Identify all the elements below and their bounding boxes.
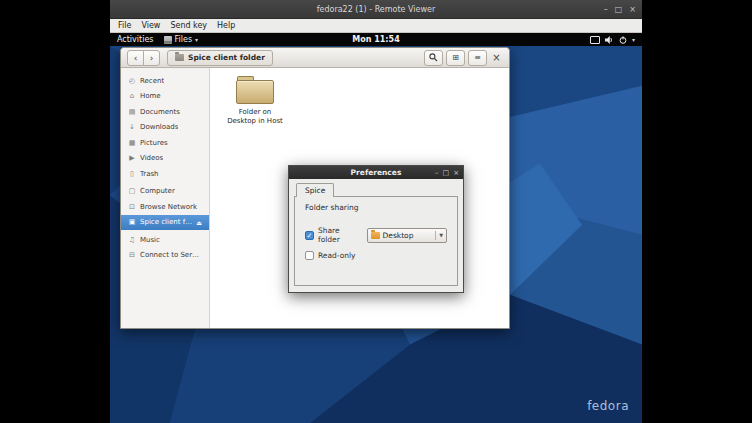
sidebar-item-label: Connect to Server — [140, 251, 202, 259]
shared-folder-value: Desktop — [383, 231, 433, 240]
hamburger-icon: ≡ — [474, 53, 481, 62]
preferences-window-controls: – □ × — [435, 166, 459, 179]
sidebar-item-browse-network[interactable]: ⊡ Browse Network — [121, 199, 209, 215]
sidebar-item-label: Computer — [140, 187, 175, 195]
sidebar-item-pictures[interactable]: ▦ Pictures — [121, 135, 209, 151]
share-folder-row: ✓ Share folder Desktop ▼ — [305, 226, 447, 244]
power-icon — [619, 36, 627, 44]
sidebar-item-label: Trash — [140, 170, 159, 178]
sidebar-item-label: Browse Network — [140, 203, 197, 211]
viewer-titlebar[interactable]: fedora22 (1) - Remote Viewer – □ × — [110, 0, 642, 19]
videos-icon: ▶ — [128, 154, 136, 162]
menu-file[interactable]: File — [113, 21, 136, 30]
sidebar-item-recent[interactable]: ◴ Recent — [121, 73, 209, 89]
file-item-folder[interactable]: Folder on Desktop in Host — [224, 76, 286, 127]
music-icon: ♫ — [128, 236, 136, 244]
status-area[interactable]: ▾ — [590, 36, 635, 44]
close-button[interactable]: × — [453, 169, 459, 177]
minimize-button[interactable]: – — [604, 5, 608, 14]
nav-buttons: ‹ › — [127, 50, 160, 66]
menu-button[interactable]: ≡ — [468, 50, 487, 66]
files-close-button[interactable]: × — [490, 51, 503, 65]
gnome-topbar: Activities Files ▾ Mon 11:54 ▾ — [110, 33, 642, 46]
close-icon: × — [492, 52, 500, 63]
home-icon: ⌂ — [128, 92, 136, 100]
sidebar-item-spice-client-folder[interactable]: ▣ Spice client fol... ⏏ — [121, 215, 209, 231]
recent-icon: ◴ — [128, 77, 136, 85]
folder-icon — [236, 76, 274, 104]
trash-icon: ▯ — [128, 170, 136, 178]
shared-folder-select[interactable]: Desktop ▼ — [367, 228, 447, 243]
viewer-title: fedora22 (1) - Remote Viewer — [110, 5, 642, 14]
files-headerbar[interactable]: ‹ › Spice client folder — [121, 48, 509, 68]
sidebar-item-label: Videos — [140, 154, 163, 162]
folder-icon — [371, 232, 380, 239]
sidebar-item-downloads[interactable]: ↓ Downloads — [121, 120, 209, 136]
maximize-button[interactable]: □ — [615, 5, 623, 14]
downloads-icon: ↓ — [128, 123, 136, 131]
fedora-logo: fedora — [587, 399, 629, 413]
viewer-window-controls: – □ × — [604, 0, 636, 18]
preferences-dialog: Preferences – □ × Spice Folder sharing ✓… — [288, 165, 464, 293]
close-button[interactable]: × — [629, 5, 636, 14]
menu-help[interactable]: Help — [212, 21, 240, 30]
network-icon: ⊡ — [128, 203, 136, 211]
display-icon — [590, 36, 600, 44]
search-icon — [429, 53, 438, 62]
sidebar-item-label: Pictures — [140, 139, 168, 147]
viewer-menubar: File View Send key Help — [110, 19, 642, 33]
preferences-titlebar[interactable]: Preferences – □ × — [289, 166, 463, 179]
menu-view[interactable]: View — [136, 21, 165, 30]
sidebar-item-videos[interactable]: ▶ Videos — [121, 151, 209, 167]
tab-spice[interactable]: Spice — [296, 183, 334, 197]
minimize-button[interactable]: – — [435, 169, 439, 177]
forward-button[interactable]: › — [143, 50, 160, 66]
combo-separator — [435, 231, 436, 240]
remote-viewer-window: fedora22 (1) - Remote Viewer – □ × File … — [110, 0, 642, 423]
chevron-down-icon: ▼ — [439, 232, 443, 238]
sidebar-item-computer[interactable]: ▢ Computer — [121, 184, 209, 200]
search-button[interactable] — [424, 50, 443, 66]
read-only-checkbox[interactable] — [305, 251, 314, 260]
sidebar-item-connect-to-server[interactable]: ⊟ Connect to Server — [121, 248, 209, 264]
guest-screen: Activities Files ▾ Mon 11:54 ▾ — [110, 33, 642, 423]
sidebar-item-music[interactable]: ♫ Music — [121, 232, 209, 248]
share-folder-checkbox[interactable]: ✓ — [305, 231, 314, 240]
forward-icon: › — [150, 53, 154, 63]
maximize-button[interactable]: □ — [443, 169, 450, 177]
share-folder-label: Share folder — [318, 226, 360, 244]
grid-icon: ⊞ — [452, 53, 459, 62]
chevron-down-icon: ▾ — [632, 36, 635, 43]
grid-view-button[interactable]: ⊞ — [446, 50, 465, 66]
file-item-label: Folder on Desktop in Host — [224, 108, 286, 127]
spice-tab-panel: Folder sharing ✓ Share folder Desktop ▼ — [294, 196, 458, 286]
preferences-body: Spice Folder sharing ✓ Share folder Desk… — [289, 179, 463, 292]
files-sidebar: ◴ Recent ⌂ Home ▤ Documents ↓ — [121, 68, 210, 328]
sidebar-item-label: Downloads — [140, 123, 178, 131]
breadcrumb-label: Spice client folder — [188, 53, 265, 62]
desktop: fedora ‹ › Spice client folder — [110, 46, 642, 423]
folder-icon — [175, 54, 184, 61]
volume-icon — [605, 36, 614, 44]
menu-send-key[interactable]: Send key — [165, 21, 212, 30]
sidebar-item-trash[interactable]: ▯ Trash — [121, 166, 209, 182]
sidebar-item-home[interactable]: ⌂ Home — [121, 89, 209, 105]
pictures-icon: ▦ — [128, 139, 136, 147]
sidebar-item-documents[interactable]: ▤ Documents — [121, 104, 209, 120]
documents-icon: ▤ — [128, 108, 136, 116]
folder-icon: ▣ — [128, 218, 136, 226]
back-button[interactable]: ‹ — [127, 50, 144, 66]
breadcrumb[interactable]: Spice client folder — [167, 50, 273, 66]
server-icon: ⊟ — [128, 251, 136, 259]
eject-icon[interactable]: ⏏ — [196, 219, 202, 226]
sidebar-item-label: Recent — [140, 77, 164, 85]
headerbar-actions: ⊞ ≡ × — [424, 50, 503, 66]
clock[interactable]: Mon 11:54 — [110, 35, 642, 44]
read-only-row: Read-only — [305, 251, 447, 260]
folder-sharing-label: Folder sharing — [305, 203, 447, 212]
sidebar-item-label: Music — [140, 236, 160, 244]
sidebar-item-label: Home — [140, 92, 161, 100]
computer-icon: ▢ — [128, 187, 136, 195]
read-only-label: Read-only — [318, 251, 356, 260]
sidebar-item-label: Spice client fol... — [140, 218, 192, 226]
